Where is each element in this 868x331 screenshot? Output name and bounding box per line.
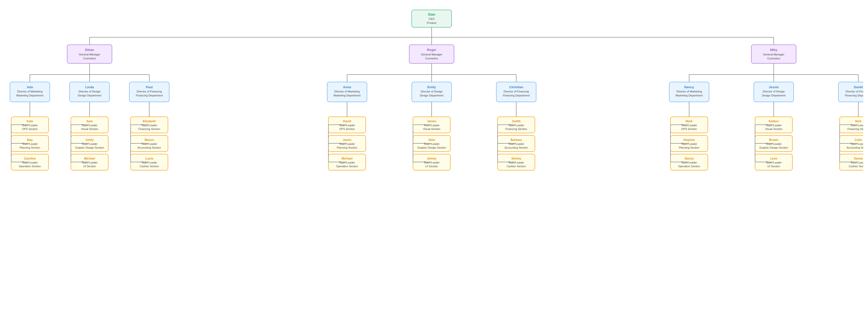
nancy-name: Nancy xyxy=(684,85,694,89)
leon-role: Team Leader xyxy=(766,161,782,164)
caroline-name: Caroline xyxy=(24,157,36,160)
ethan-dept: Cosmetics xyxy=(83,57,96,60)
lucia-dept: Cashier Section xyxy=(140,165,159,168)
kate-role: Team Leader xyxy=(22,124,38,127)
leon-dept: UI Section xyxy=(767,165,780,168)
kathen-role: Team Leader xyxy=(766,124,782,127)
caroline-role: Team Leader xyxy=(22,161,38,164)
sam-name: Sam xyxy=(86,120,93,123)
seena-name: Seena xyxy=(854,157,863,160)
may-dept: Planning Section xyxy=(20,146,40,149)
mason-role: Team Leader xyxy=(141,142,157,145)
kate-dept: OPS Section xyxy=(22,128,37,130)
anna-role: Director of Marketing xyxy=(334,90,360,93)
linda-dept: Design Department xyxy=(78,94,101,97)
david-tl-dept: OPS Section xyxy=(339,128,355,130)
stephen-role: Team Leader xyxy=(681,142,697,145)
barbara-dept: Accounting Section xyxy=(504,146,528,149)
may-role: Team Leader xyxy=(22,142,38,145)
paul-name: Paul xyxy=(146,85,153,89)
nick-name: Nick xyxy=(855,120,862,123)
danny-dept: Operation Section xyxy=(678,165,700,168)
elizabeth-role: Team Leader xyxy=(141,124,157,127)
emily-name: Emily xyxy=(427,85,436,89)
ada-name: Ada xyxy=(27,85,33,89)
mark-name: Mark xyxy=(685,120,692,123)
kathen-name: Kathen xyxy=(769,120,779,123)
miky-role: General Manager xyxy=(763,53,784,56)
judith-name: Judith xyxy=(512,120,521,123)
judith-role: Team Leader xyxy=(508,124,524,127)
shirley-name: Shirley xyxy=(511,157,521,160)
brown-name: Brown xyxy=(769,138,778,142)
danny-name: Danny xyxy=(684,157,693,160)
jason-name: Jason xyxy=(343,138,351,142)
roger-name: Roger xyxy=(427,48,436,52)
jessie-name: Jessie xyxy=(769,85,779,89)
miky-name: Miky xyxy=(770,48,777,52)
colin-dept: Accounting Section xyxy=(846,146,863,149)
john-dept: Graphic Design Section xyxy=(417,146,446,149)
lucia-name: Lucia xyxy=(145,157,153,160)
stephen-dept: Planning Section xyxy=(679,146,699,149)
david-tl-name: David xyxy=(343,120,351,123)
john-role: Team Leader xyxy=(424,142,440,145)
nancy-dept: Marketing Department xyxy=(676,94,703,97)
org-svg: .node-box { rx: 8; ry: 8; } .ceo-box { f… xyxy=(5,5,863,331)
miky-dept: Cosmetics xyxy=(767,57,780,60)
roger-dept: Cosmetics xyxy=(425,57,438,60)
may-name: May xyxy=(27,138,33,142)
stan-name: Stan xyxy=(428,12,435,16)
amily-dept: Graphic Design Section xyxy=(75,146,104,149)
mark-role: Team Leader xyxy=(681,124,697,127)
michael-l-dept: UI Section xyxy=(83,165,96,168)
jessie-dept: Design Department xyxy=(762,94,785,97)
michael-r-dept: Operation Section xyxy=(336,165,358,168)
michael-r-name: Michael xyxy=(341,157,352,160)
nick-dept: Financing Section xyxy=(847,128,863,130)
linda-name: Linda xyxy=(85,85,94,89)
ada-dept: Marketing Department xyxy=(16,94,43,97)
org-chart: .node-box { rx: 8; ry: 8; } .ceo-box { f… xyxy=(5,5,863,331)
michael-l-role: Team Leader xyxy=(81,161,97,164)
david-dir-dept: Financing Department xyxy=(845,94,863,97)
colin-role: Team Leader xyxy=(850,142,863,145)
ada-role: Director of Marketing xyxy=(17,90,42,93)
roger-role: General Manager xyxy=(421,53,442,56)
nick-role: Team Leader xyxy=(850,124,863,127)
paul-role: Director of Financing xyxy=(136,90,162,93)
john-name: John xyxy=(428,138,435,142)
christian-name: Christian xyxy=(509,85,523,89)
mark-dept: OPS Section xyxy=(681,128,697,130)
michael-l-name: Michael xyxy=(84,157,95,160)
paul-dept: Financing Department xyxy=(135,94,162,97)
amily-role: Team Leader xyxy=(81,142,97,145)
christian-dept: Financing Department xyxy=(502,94,529,97)
kathen-dept: Visual Section xyxy=(765,128,782,130)
jimmy-name: Jimmy xyxy=(427,157,436,160)
kate-name: Kate xyxy=(26,120,33,123)
ethan-name: Ethan xyxy=(85,48,94,52)
brown-role: Team Leader xyxy=(766,142,782,145)
sam-role: Team Leader xyxy=(81,124,97,127)
brown-dept: Graphic Design Section xyxy=(759,146,788,149)
sam-dept: Visual Section xyxy=(81,128,98,130)
nancy-role: Director of Marketing xyxy=(676,90,702,93)
david-dir-name: David xyxy=(854,85,863,89)
shirley-dept: Cashier Section xyxy=(506,165,526,168)
james-role: Team Leader xyxy=(424,124,440,127)
caroline-dept: Operation Section xyxy=(19,165,40,168)
mason-name: Mason xyxy=(144,138,154,142)
james-name: James xyxy=(427,120,436,123)
david-tl-role: Team Leader xyxy=(339,124,355,127)
emily-role: Director of Design xyxy=(421,90,442,93)
seena-dept: Cashier Section xyxy=(848,165,863,168)
danny-role: Team Leader xyxy=(681,161,697,164)
james-dept: Visual Section xyxy=(423,128,440,130)
jimmy-dept: UI Section xyxy=(425,165,438,168)
jimmy-role: Team Leader xyxy=(424,161,440,164)
mason-dept: Accounting Section xyxy=(137,146,161,149)
jason-role: Team Leader xyxy=(339,142,355,145)
elizabeth-name: Elizabeth xyxy=(143,120,156,123)
david-dir-role: Director of Financing xyxy=(846,90,863,93)
